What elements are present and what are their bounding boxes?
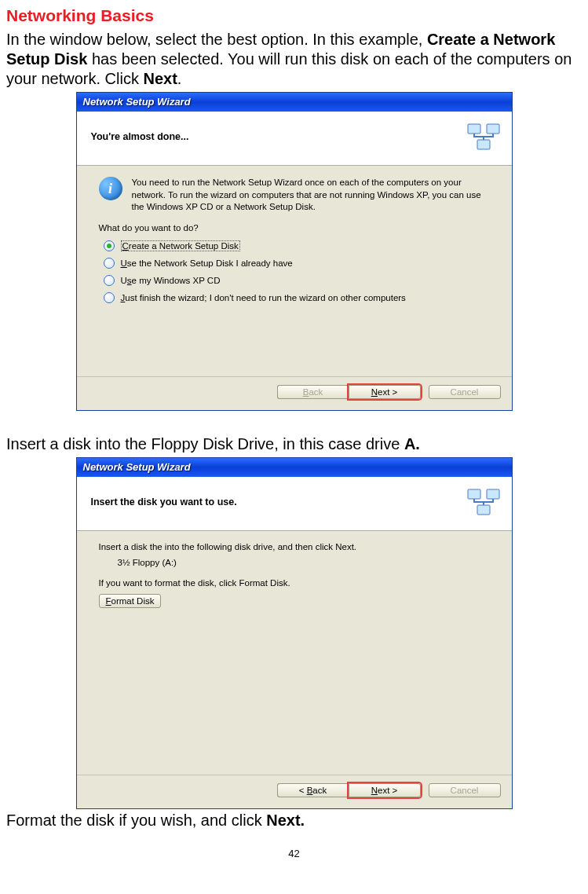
radio-icon <box>104 258 115 269</box>
format-disk-button[interactable]: Format Disk <box>99 594 162 608</box>
svg-rect-4 <box>487 489 499 499</box>
info-icon: i <box>99 177 122 200</box>
wizard-banner: You're almost done... <box>77 112 512 166</box>
svg-rect-0 <box>468 124 480 134</box>
radio-use-existing-disk[interactable]: Use the Network Setup Disk I already hav… <box>104 258 490 269</box>
cancel-button[interactable]: Cancel <box>429 783 501 797</box>
wizard-content: i You need to run the Network Setup Wiza… <box>77 166 512 376</box>
radio-icon <box>104 292 115 303</box>
page-number: 42 <box>6 848 582 859</box>
mid-paragraph: Insert a disk into the Floppy Disk Drive… <box>6 434 582 454</box>
mid-bold: A. <box>404 435 420 452</box>
svg-rect-3 <box>468 489 480 499</box>
svg-rect-2 <box>477 140 490 149</box>
wizard-banner-title: You're almost done... <box>91 131 189 142</box>
network-icon <box>465 485 502 519</box>
network-icon <box>465 119 502 154</box>
outro-bold: Next. <box>266 812 305 829</box>
radio-label: Create a Network Setup Disk <box>121 241 240 251</box>
wizard-button-bar: Back Next > Cancel <box>77 376 512 410</box>
wizard-banner-title: Insert the disk you want to use. <box>91 496 237 507</box>
radio-label: Use the Network Setup Disk I already hav… <box>121 258 293 268</box>
svg-rect-5 <box>477 505 490 515</box>
radio-label: Just finish the wizard; I don't need to … <box>121 293 406 302</box>
insert-instruction: Insert a disk the into the following dis… <box>99 542 490 551</box>
svg-rect-1 <box>487 124 499 134</box>
radio-label: Use my Windows XP CD <box>121 276 221 285</box>
radio-icon <box>104 275 115 286</box>
mid-text: Insert a disk into the Floppy Disk Drive… <box>6 435 404 452</box>
radio-use-cd[interactable]: Use my Windows XP CD <box>104 275 490 286</box>
intro-text-1: In the window below, select the best opt… <box>6 31 427 48</box>
info-text: You need to run the Network Setup Wizard… <box>132 177 490 214</box>
intro-paragraph: In the window below, select the best opt… <box>6 30 582 89</box>
wizard-insert-disk: Network Setup Wizard Insert the disk you… <box>76 457 513 809</box>
window-titlebar: Network Setup Wizard <box>77 458 512 477</box>
wizard-button-bar: < Back Next > Cancel <box>77 775 512 808</box>
wizard-banner: Insert the disk you want to use. <box>77 477 512 531</box>
intro-bold-2: Next <box>144 70 177 87</box>
intro-text-3: . <box>177 70 182 87</box>
outro-paragraph: Format the disk if you wish, and click N… <box>6 811 582 830</box>
back-button[interactable]: Back <box>277 385 349 399</box>
radio-create-disk[interactable]: Create a Network Setup Disk <box>104 240 490 251</box>
wizard-content: Insert a disk the into the following dis… <box>77 531 512 775</box>
wizard-create-disk: Network Setup Wizard You're almost done.… <box>76 92 513 411</box>
window-titlebar: Network Setup Wizard <box>77 93 512 112</box>
cancel-button[interactable]: Cancel <box>429 385 501 399</box>
format-instruction: If you want to format the disk, click Fo… <box>99 578 490 588</box>
page-title: Networking Basics <box>6 6 582 25</box>
drive-label: 3½ Floppy (A:) <box>118 558 490 567</box>
intro-text-2: has been selected. You will run this dis… <box>6 50 572 87</box>
prompt-text: What do you want to do? <box>99 223 490 233</box>
back-button[interactable]: < Back <box>277 783 349 797</box>
next-button[interactable]: Next > <box>349 783 421 797</box>
radio-just-finish[interactable]: Just finish the wizard; I don't need to … <box>104 292 490 303</box>
next-button[interactable]: Next > <box>349 385 421 399</box>
outro-text: Format the disk if you wish, and click <box>6 812 266 829</box>
radio-icon <box>104 240 115 251</box>
